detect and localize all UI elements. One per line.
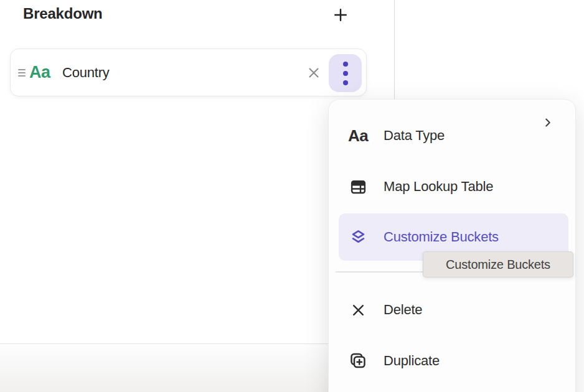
text-type-icon: Aa <box>29 49 50 96</box>
menu-item-delete[interactable]: Delete <box>339 286 568 334</box>
menu-item-label: Map Lookup Table <box>384 179 493 195</box>
drag-handle-icon[interactable] <box>13 49 31 96</box>
menu-item-label: Data Type <box>384 128 445 144</box>
field-menu-button[interactable] <box>329 54 362 92</box>
add-breakdown-button[interactable] <box>329 4 352 26</box>
layers-icon <box>349 228 367 246</box>
close-icon <box>306 65 322 81</box>
field-label: Country <box>62 49 110 96</box>
menu-item-label: Duplicate <box>384 353 440 369</box>
x-icon <box>349 301 367 319</box>
menu-item-duplicate[interactable]: Duplicate <box>339 337 568 385</box>
text-type-icon: Aa <box>349 126 367 145</box>
customize-buckets-tooltip: Customize Buckets <box>423 251 573 278</box>
menu-item-data-type[interactable]: Aa Data Type <box>339 112 568 159</box>
duplicate-icon <box>349 352 367 370</box>
panel-divider <box>394 0 395 100</box>
table-icon <box>349 177 367 196</box>
menu-item-label: Delete <box>384 302 422 318</box>
context-menu: Aa Data Type Map Lookup Table Customize … <box>328 99 576 392</box>
page-title: Breakdown <box>23 5 103 22</box>
chevron-right-icon <box>541 116 555 132</box>
breakdown-field-card[interactable]: Aa Country <box>10 49 367 96</box>
kebab-icon <box>342 61 349 86</box>
plus-icon <box>332 6 349 24</box>
remove-field-button[interactable] <box>302 61 326 85</box>
menu-item-map-lookup-table[interactable]: Map Lookup Table <box>339 163 568 210</box>
menu-item-label: Customize Buckets <box>384 229 499 245</box>
